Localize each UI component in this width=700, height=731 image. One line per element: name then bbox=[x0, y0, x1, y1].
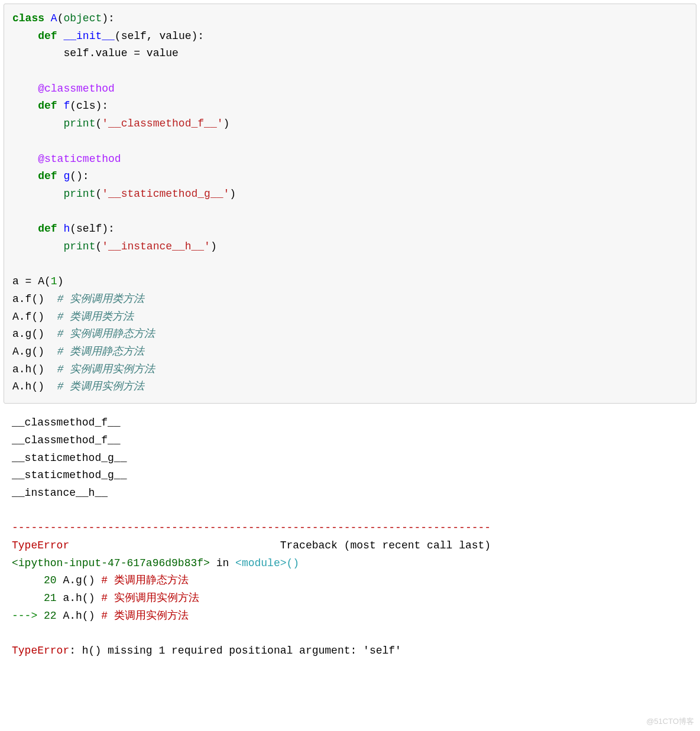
tb-20-pre: A bbox=[57, 574, 70, 586]
tb-20-dot: . bbox=[69, 574, 76, 586]
tb-20-comment: # 类调用静态方法 bbox=[95, 574, 188, 586]
class-name-A: A bbox=[51, 12, 57, 24]
call-A-h: A.h() bbox=[12, 381, 57, 392]
output-cell: __classmethod_f__ __classmethod_f__ __st… bbox=[4, 412, 696, 666]
g-params: (): bbox=[70, 170, 89, 182]
final-error-name: TypeError bbox=[12, 645, 69, 657]
builtin-print: print bbox=[63, 118, 95, 129]
tb-22-pre: A bbox=[57, 610, 70, 622]
traceback-label: Traceback (most recent call last) bbox=[69, 540, 491, 551]
colon: : bbox=[108, 12, 115, 24]
assign-eq: = bbox=[25, 275, 32, 287]
a-assign-right: A( bbox=[31, 275, 50, 287]
tb-21-pre: a bbox=[57, 592, 70, 604]
comment-A-f: # 类调用类方法 bbox=[57, 311, 134, 323]
keyword-def: def bbox=[38, 30, 57, 42]
builtin-print: print bbox=[63, 241, 95, 252]
traceback-separator: ----------------------------------------… bbox=[12, 522, 491, 534]
init-body-prefix: self.value bbox=[63, 47, 134, 59]
error-name: TypeError bbox=[12, 540, 69, 551]
init-body-val: value bbox=[140, 47, 179, 59]
fn-g: g bbox=[63, 170, 70, 182]
tb-line-21-num: 21 bbox=[12, 592, 57, 604]
fn-h: h bbox=[63, 223, 70, 235]
comment-a-h: # 实例调用实例方法 bbox=[57, 363, 155, 375]
string-staticmethod-g: '__staticmethod_g__' bbox=[102, 188, 229, 200]
tb-line-20-num: 20 bbox=[12, 574, 57, 586]
tb-20-g: g bbox=[76, 574, 82, 586]
module-parens: () bbox=[287, 557, 300, 569]
output-line-2: __classmethod_f__ bbox=[12, 434, 121, 446]
tb-22-h: h bbox=[76, 610, 82, 622]
init-params: (self, value): bbox=[115, 30, 204, 42]
tb-22-dot: . bbox=[69, 610, 76, 622]
call-a-h: a.h() bbox=[12, 363, 57, 375]
comment-a-f: # 实例调用类方法 bbox=[57, 293, 145, 305]
output-line-4: __staticmethod_g__ bbox=[12, 469, 127, 481]
decorator-classmethod: @classmethod bbox=[38, 83, 115, 95]
close-paren: ) bbox=[57, 275, 64, 287]
tb-line-22-num: 22 bbox=[44, 610, 57, 622]
module-link: <module> bbox=[235, 557, 286, 569]
ipython-input-ref: <ipython-input-47-617a96d9b83f> bbox=[12, 557, 210, 569]
h-params: (self): bbox=[70, 223, 115, 235]
in-word: in bbox=[210, 557, 235, 569]
builtin-print: print bbox=[63, 188, 95, 200]
tb-21-dot: . bbox=[69, 592, 76, 604]
fn-f: f bbox=[63, 100, 70, 112]
keyword-def: def bbox=[38, 100, 57, 112]
tb-arrow: ---> bbox=[12, 610, 44, 622]
comment-A-g: # 类调用静态方法 bbox=[57, 346, 145, 358]
tb-20-parens: () bbox=[82, 574, 95, 586]
call-A-g: A.g() bbox=[12, 346, 57, 358]
output-line-5: __instance__h__ bbox=[12, 487, 108, 499]
tb-22-parens: () bbox=[82, 610, 95, 622]
builtin-object: object bbox=[63, 12, 102, 24]
f-params: (cls): bbox=[70, 100, 108, 112]
keyword-def: def bbox=[38, 170, 57, 182]
assign-eq: = bbox=[134, 47, 140, 59]
keyword-class: class bbox=[12, 12, 44, 24]
comment-A-h: # 类调用实例方法 bbox=[57, 381, 145, 392]
tb-22-comment: # 类调用实例方法 bbox=[95, 610, 188, 622]
code-input-cell: class A(object): def __init__(self, valu… bbox=[4, 4, 696, 404]
decorator-staticmethod: @staticmethod bbox=[38, 153, 121, 165]
final-error-msg: : h() missing 1 required positional argu… bbox=[69, 645, 401, 657]
call-a-g: a.g() bbox=[12, 328, 57, 340]
call-a-f: a.f() bbox=[12, 293, 57, 305]
comment-a-g: # 实例调用静态方法 bbox=[57, 328, 155, 340]
tb-21-h: h bbox=[76, 592, 82, 604]
output-line-1: __classmethod_f__ bbox=[12, 417, 121, 428]
keyword-def: def bbox=[38, 223, 57, 235]
a-assign-left: a bbox=[12, 275, 25, 287]
string-classmethod-f: '__classmethod_f__' bbox=[102, 118, 223, 129]
tb-21-parens: () bbox=[82, 592, 95, 604]
call-A-f: A.f() bbox=[12, 311, 57, 323]
number-one: 1 bbox=[51, 275, 57, 287]
tb-21-comment: # 实例调用实例方法 bbox=[95, 592, 199, 604]
string-instance-h: '__instance__h__' bbox=[102, 241, 210, 252]
fn-init: __init__ bbox=[63, 30, 114, 42]
output-line-3: __staticmethod_g__ bbox=[12, 452, 127, 464]
